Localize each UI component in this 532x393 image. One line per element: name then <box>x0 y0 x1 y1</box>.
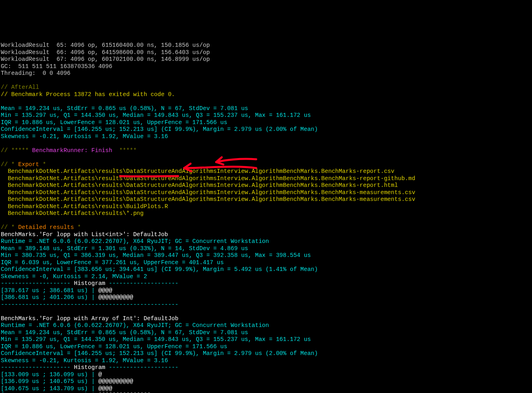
stat-skewness: Skewness = -0, Kurtosis = 2.14, MValue =… <box>1 273 147 280</box>
stat-min: Min = 135.297 us, Q1 = 144.350 us, Media… <box>1 336 311 343</box>
stat-skewness: Skewness = -0.21, Kurtosis = 1.92, MValu… <box>1 357 168 364</box>
workload-result-line: WorkloadResult 65: 4096 op, 615160400.00… <box>1 42 210 48</box>
runner-finish-line: // ***** BenchmarkRunner: Finish ***** <box>1 147 137 154</box>
runtime-line: Runtime = .NET 6.0.6 (6.0.622.26707), X6… <box>1 322 269 329</box>
export-file: BenchmarkDotNet.Artifacts\results\DataSt… <box>1 175 415 182</box>
histogram-bucket: [140.675 us ; 143.709 us) | @@@@ <box>1 385 112 392</box>
export-file-png: BenchmarkDotNet.Artifacts\results\*.png <box>1 210 144 217</box>
process-exit-line: // Benchmark Process 13872 has exited wi… <box>1 91 175 98</box>
histogram-bucket: [378.617 us ; 386.681 us) | @@@@ <box>1 287 112 294</box>
export-file: BenchmarkDotNet.Artifacts\results\DataSt… <box>1 196 415 203</box>
gc-line: GC: 511 511 511 1638703536 4096 <box>1 63 112 70</box>
histogram-bucket: [386.681 us ; 401.206 us) | @@@@@@@@@@ <box>1 294 133 301</box>
stat-mean: Mean = 389.148 us, StdErr = 1.301 us (0.… <box>1 245 248 252</box>
export-file-buildplots: BenchmarkDotNet.Artifacts\results\BuildP… <box>1 203 168 210</box>
afterall-comment: // AfterAll <box>1 84 39 90</box>
stat-iqr: IQR = 10.886 us, LowerFence = 128.021 us… <box>1 119 227 126</box>
export-file: BenchmarkDotNet.Artifacts\results\DataSt… <box>1 182 398 188</box>
divider: ----------------------------------------… <box>1 301 179 308</box>
stat-iqr: IQR = 6.039 us, LowerFence = 377.261 us,… <box>1 259 224 266</box>
terminal-output[interactable]: WorkloadResult 65: 4096 op, 615160400.00… <box>0 35 532 393</box>
stat-mean: Mean = 149.234 us, StdErr = 0.865 us (0.… <box>1 329 248 336</box>
stat-ci: ConfidenceInterval = [383.656 us; 394.64… <box>1 266 318 273</box>
histogram-bucket: [136.099 us ; 140.675 us) | @@@@@@@@@@ <box>1 378 133 385</box>
histogram-bucket: [133.009 us ; 136.099 us) | @ <box>1 371 102 378</box>
histogram-header: -------------------- Histogram ---------… <box>1 364 179 371</box>
export-file: BenchmarkDotNet.Artifacts\results\DataSt… <box>1 168 394 174</box>
stat-skewness: Skewness = -0.21, Kurtosis = 1.92, MValu… <box>1 133 168 140</box>
runtime-line: Runtime = .NET 6.0.6 (6.0.622.26707), X6… <box>1 238 269 245</box>
stat-min: Min = 380.735 us, Q1 = 386.319 us, Media… <box>1 252 311 259</box>
stat-min: Min = 135.297 us, Q1 = 144.350 us, Media… <box>1 112 311 118</box>
histogram-header: -------------------- Histogram ---------… <box>1 280 179 287</box>
stat-iqr: IQR = 10.886 us, LowerFence = 128.021 us… <box>1 343 227 350</box>
benchmark-title: BenchMarks.'For lopp with Array of Int':… <box>1 315 179 322</box>
stat-mean: Mean = 149.234 us, StdErr = 0.865 us (0.… <box>1 105 248 112</box>
detailed-results-header: // * Detailed results * <box>1 224 81 231</box>
workload-result-line: WorkloadResult 66: 4096 op, 641598600.00… <box>1 49 210 56</box>
stat-ci: ConfidenceInterval = [146.255 us; 152.21… <box>1 126 318 132</box>
export-header: // * Export * <box>1 161 46 168</box>
threading-line: Threading: 0 0 4096 <box>1 70 70 76</box>
stat-ci: ConfidenceInterval = [146.255 us; 152.21… <box>1 350 318 357</box>
workload-result-line: WorkloadResult 67: 4096 op, 601702100.00… <box>1 56 210 62</box>
benchmark-title: BenchMarks.'For lopp with List<int>': De… <box>1 231 168 238</box>
export-file: BenchmarkDotNet.Artifacts\results\DataSt… <box>1 189 415 196</box>
